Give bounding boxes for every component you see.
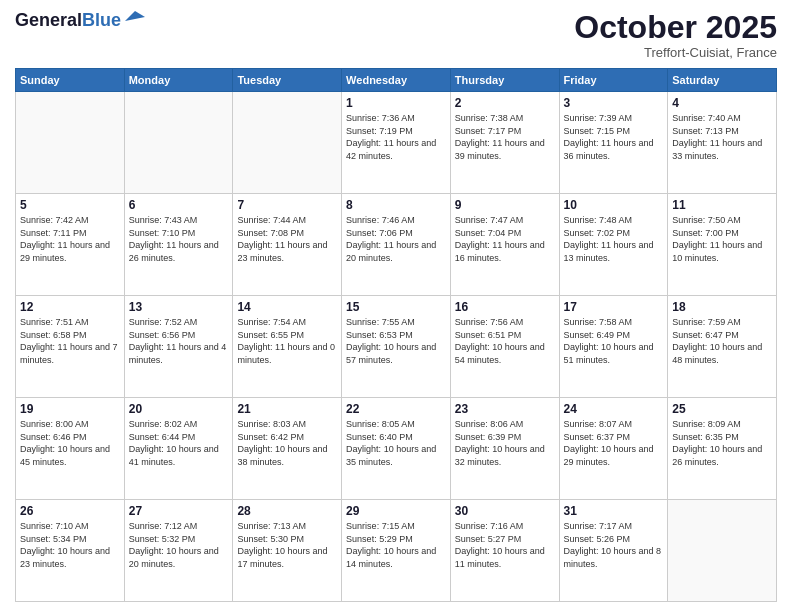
day-info: Sunrise: 7:13 AM Sunset: 5:30 PM Dayligh… — [237, 520, 337, 570]
calendar-cell: 2Sunrise: 7:38 AM Sunset: 7:17 PM Daylig… — [450, 92, 559, 194]
logo-blue: Blue — [82, 10, 121, 30]
calendar-cell: 20Sunrise: 8:02 AM Sunset: 6:44 PM Dayli… — [124, 398, 233, 500]
day-number: 25 — [672, 402, 772, 416]
day-info: Sunrise: 8:02 AM Sunset: 6:44 PM Dayligh… — [129, 418, 229, 468]
day-info: Sunrise: 7:10 AM Sunset: 5:34 PM Dayligh… — [20, 520, 120, 570]
logo-general: General — [15, 10, 82, 30]
calendar-cell: 30Sunrise: 7:16 AM Sunset: 5:27 PM Dayli… — [450, 500, 559, 602]
calendar-cell: 13Sunrise: 7:52 AM Sunset: 6:56 PM Dayli… — [124, 296, 233, 398]
day-info: Sunrise: 7:50 AM Sunset: 7:00 PM Dayligh… — [672, 214, 772, 264]
day-number: 27 — [129, 504, 229, 518]
calendar-cell: 1Sunrise: 7:36 AM Sunset: 7:19 PM Daylig… — [342, 92, 451, 194]
day-info: Sunrise: 8:00 AM Sunset: 6:46 PM Dayligh… — [20, 418, 120, 468]
logo: GeneralBlue — [15, 10, 145, 31]
calendar-cell: 6Sunrise: 7:43 AM Sunset: 7:10 PM Daylig… — [124, 194, 233, 296]
day-number: 17 — [564, 300, 664, 314]
day-number: 26 — [20, 504, 120, 518]
day-number: 11 — [672, 198, 772, 212]
calendar-cell: 8Sunrise: 7:46 AM Sunset: 7:06 PM Daylig… — [342, 194, 451, 296]
weekday-header-tuesday: Tuesday — [233, 69, 342, 92]
day-info: Sunrise: 7:59 AM Sunset: 6:47 PM Dayligh… — [672, 316, 772, 366]
day-info: Sunrise: 8:03 AM Sunset: 6:42 PM Dayligh… — [237, 418, 337, 468]
calendar-cell: 25Sunrise: 8:09 AM Sunset: 6:35 PM Dayli… — [668, 398, 777, 500]
day-number: 3 — [564, 96, 664, 110]
calendar-cell: 23Sunrise: 8:06 AM Sunset: 6:39 PM Dayli… — [450, 398, 559, 500]
day-number: 29 — [346, 504, 446, 518]
calendar-cell: 18Sunrise: 7:59 AM Sunset: 6:47 PM Dayli… — [668, 296, 777, 398]
day-info: Sunrise: 8:07 AM Sunset: 6:37 PM Dayligh… — [564, 418, 664, 468]
calendar-cell: 7Sunrise: 7:44 AM Sunset: 7:08 PM Daylig… — [233, 194, 342, 296]
calendar-cell: 28Sunrise: 7:13 AM Sunset: 5:30 PM Dayli… — [233, 500, 342, 602]
day-info: Sunrise: 7:54 AM Sunset: 6:55 PM Dayligh… — [237, 316, 337, 366]
weekday-header-thursday: Thursday — [450, 69, 559, 92]
day-number: 20 — [129, 402, 229, 416]
day-info: Sunrise: 7:16 AM Sunset: 5:27 PM Dayligh… — [455, 520, 555, 570]
day-number: 21 — [237, 402, 337, 416]
logo-icon — [123, 9, 145, 23]
calendar-cell: 21Sunrise: 8:03 AM Sunset: 6:42 PM Dayli… — [233, 398, 342, 500]
calendar-cell: 17Sunrise: 7:58 AM Sunset: 6:49 PM Dayli… — [559, 296, 668, 398]
calendar-cell — [233, 92, 342, 194]
day-number: 31 — [564, 504, 664, 518]
day-number: 12 — [20, 300, 120, 314]
weekday-header-sunday: Sunday — [16, 69, 125, 92]
day-info: Sunrise: 7:39 AM Sunset: 7:15 PM Dayligh… — [564, 112, 664, 162]
day-number: 6 — [129, 198, 229, 212]
day-info: Sunrise: 7:56 AM Sunset: 6:51 PM Dayligh… — [455, 316, 555, 366]
day-number: 19 — [20, 402, 120, 416]
calendar-cell — [668, 500, 777, 602]
calendar-cell: 27Sunrise: 7:12 AM Sunset: 5:32 PM Dayli… — [124, 500, 233, 602]
calendar-cell: 3Sunrise: 7:39 AM Sunset: 7:15 PM Daylig… — [559, 92, 668, 194]
calendar-cell: 5Sunrise: 7:42 AM Sunset: 7:11 PM Daylig… — [16, 194, 125, 296]
day-info: Sunrise: 7:38 AM Sunset: 7:17 PM Dayligh… — [455, 112, 555, 162]
day-info: Sunrise: 7:43 AM Sunset: 7:10 PM Dayligh… — [129, 214, 229, 264]
day-number: 8 — [346, 198, 446, 212]
day-number: 7 — [237, 198, 337, 212]
calendar-cell: 26Sunrise: 7:10 AM Sunset: 5:34 PM Dayli… — [16, 500, 125, 602]
day-info: Sunrise: 8:09 AM Sunset: 6:35 PM Dayligh… — [672, 418, 772, 468]
weekday-header-row: SundayMondayTuesdayWednesdayThursdayFrid… — [16, 69, 777, 92]
day-info: Sunrise: 7:42 AM Sunset: 7:11 PM Dayligh… — [20, 214, 120, 264]
header: GeneralBlue October 2025 Treffort-Cuisia… — [15, 10, 777, 60]
calendar-cell: 16Sunrise: 7:56 AM Sunset: 6:51 PM Dayli… — [450, 296, 559, 398]
weekday-header-saturday: Saturday — [668, 69, 777, 92]
month-title: October 2025 — [574, 10, 777, 45]
calendar-cell: 4Sunrise: 7:40 AM Sunset: 7:13 PM Daylig… — [668, 92, 777, 194]
day-info: Sunrise: 7:44 AM Sunset: 7:08 PM Dayligh… — [237, 214, 337, 264]
day-info: Sunrise: 7:47 AM Sunset: 7:04 PM Dayligh… — [455, 214, 555, 264]
day-number: 16 — [455, 300, 555, 314]
day-number: 2 — [455, 96, 555, 110]
day-number: 13 — [129, 300, 229, 314]
day-number: 15 — [346, 300, 446, 314]
calendar-cell: 24Sunrise: 8:07 AM Sunset: 6:37 PM Dayli… — [559, 398, 668, 500]
day-info: Sunrise: 7:51 AM Sunset: 6:58 PM Dayligh… — [20, 316, 120, 366]
calendar-cell: 10Sunrise: 7:48 AM Sunset: 7:02 PM Dayli… — [559, 194, 668, 296]
day-number: 30 — [455, 504, 555, 518]
day-number: 4 — [672, 96, 772, 110]
day-info: Sunrise: 7:55 AM Sunset: 6:53 PM Dayligh… — [346, 316, 446, 366]
day-info: Sunrise: 7:48 AM Sunset: 7:02 PM Dayligh… — [564, 214, 664, 264]
calendar-cell: 29Sunrise: 7:15 AM Sunset: 5:29 PM Dayli… — [342, 500, 451, 602]
day-info: Sunrise: 7:17 AM Sunset: 5:26 PM Dayligh… — [564, 520, 664, 570]
calendar-cell: 9Sunrise: 7:47 AM Sunset: 7:04 PM Daylig… — [450, 194, 559, 296]
day-number: 9 — [455, 198, 555, 212]
calendar-cell: 22Sunrise: 8:05 AM Sunset: 6:40 PM Dayli… — [342, 398, 451, 500]
day-number: 5 — [20, 198, 120, 212]
calendar-cell: 15Sunrise: 7:55 AM Sunset: 6:53 PM Dayli… — [342, 296, 451, 398]
day-info: Sunrise: 7:36 AM Sunset: 7:19 PM Dayligh… — [346, 112, 446, 162]
calendar-cell — [124, 92, 233, 194]
day-number: 1 — [346, 96, 446, 110]
day-info: Sunrise: 7:58 AM Sunset: 6:49 PM Dayligh… — [564, 316, 664, 366]
weekday-header-friday: Friday — [559, 69, 668, 92]
day-info: Sunrise: 8:06 AM Sunset: 6:39 PM Dayligh… — [455, 418, 555, 468]
day-info: Sunrise: 8:05 AM Sunset: 6:40 PM Dayligh… — [346, 418, 446, 468]
calendar-table: SundayMondayTuesdayWednesdayThursdayFrid… — [15, 68, 777, 602]
weekday-header-wednesday: Wednesday — [342, 69, 451, 92]
week-row-5: 26Sunrise: 7:10 AM Sunset: 5:34 PM Dayli… — [16, 500, 777, 602]
calendar-cell: 11Sunrise: 7:50 AM Sunset: 7:00 PM Dayli… — [668, 194, 777, 296]
calendar-cell: 14Sunrise: 7:54 AM Sunset: 6:55 PM Dayli… — [233, 296, 342, 398]
day-info: Sunrise: 7:15 AM Sunset: 5:29 PM Dayligh… — [346, 520, 446, 570]
week-row-4: 19Sunrise: 8:00 AM Sunset: 6:46 PM Dayli… — [16, 398, 777, 500]
week-row-2: 5Sunrise: 7:42 AM Sunset: 7:11 PM Daylig… — [16, 194, 777, 296]
day-info: Sunrise: 7:52 AM Sunset: 6:56 PM Dayligh… — [129, 316, 229, 366]
